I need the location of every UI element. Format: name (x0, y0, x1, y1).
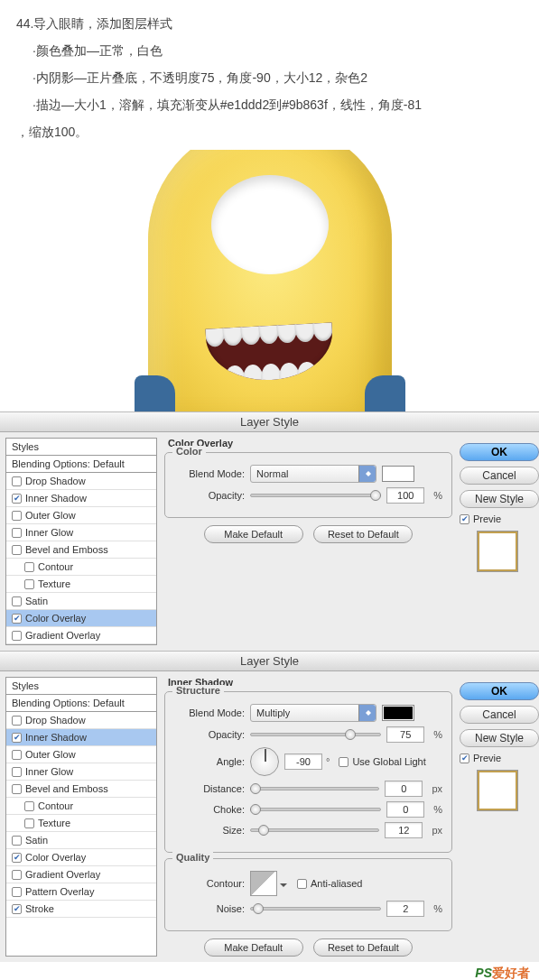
color-swatch[interactable] (382, 466, 414, 482)
blending-options-row[interactable]: Blending Options: Default (6, 456, 156, 473)
style-row-pattern-overlay[interactable]: Pattern Overlay (6, 883, 156, 901)
distance-input[interactable]: 0 (385, 781, 423, 797)
style-row-inner-glow[interactable]: Inner Glow (6, 763, 156, 781)
opacity-slider[interactable] (250, 727, 381, 742)
choke-slider[interactable] (250, 802, 381, 817)
article-bullet: ，缩放100。 (16, 119, 523, 144)
section-title-color-overlay: Color Overlay (168, 438, 452, 448)
style-row-contour[interactable]: Contour (6, 559, 156, 576)
angle-dial[interactable] (250, 747, 279, 776)
contour-picker[interactable] (250, 871, 277, 896)
label-noise: Noise: (174, 903, 245, 914)
fieldset-quality: Quality Contour: Anti-aliased Noise: 2 % (164, 858, 452, 931)
style-row-bevel[interactable]: Bevel and Emboss (6, 781, 156, 798)
opacity-input[interactable]: 100 (386, 487, 424, 504)
label-anti-aliased: Anti-aliased (311, 878, 362, 889)
ok-button[interactable]: OK (460, 443, 539, 461)
legend-color: Color (172, 446, 206, 457)
preview-label: Previe (473, 513, 501, 524)
preview-label: Previe (473, 753, 501, 763)
style-row-satin[interactable]: Satin (6, 593, 156, 610)
opacity-input[interactable]: 75 (386, 726, 424, 743)
label-contour: Contour: (174, 878, 245, 889)
layer-style-dialog-color-overlay: Layer Style Styles Blending Options: Def… (0, 411, 539, 651)
reset-default-button[interactable]: Reset to Default (313, 525, 413, 543)
label-use-global: Use Global Light (352, 756, 425, 767)
styles-header[interactable]: Styles (6, 678, 156, 695)
size-input[interactable]: 12 (385, 822, 423, 838)
style-row-gradient-overlay[interactable]: Gradient Overlay (6, 866, 156, 883)
style-row-outer-glow[interactable]: Outer Glow (6, 746, 156, 763)
reset-default-button[interactable]: Reset to Default (313, 938, 413, 957)
layer-style-dialog-inner-shadow: Layer Style Styles Blending Options: Def… (0, 651, 539, 962)
style-row-color-overlay[interactable]: Color Overlay (6, 849, 156, 866)
style-row-contour[interactable]: Contour (6, 798, 156, 815)
minion-illustration (0, 150, 539, 411)
style-row-inner-shadow[interactable]: Inner Shadow (6, 729, 156, 746)
noise-slider[interactable] (250, 901, 381, 916)
style-row-gradient-overlay[interactable]: Gradient Overlay (6, 627, 156, 644)
size-slider[interactable] (250, 823, 379, 837)
legend-quality: Quality (172, 852, 213, 863)
label-blend-mode: Blend Mode: (174, 707, 245, 718)
styles-header[interactable]: Styles (6, 439, 156, 456)
anti-aliased-checkbox[interactable] (297, 879, 307, 889)
label-blend-mode: Blend Mode: (174, 468, 245, 479)
preview-swatch (478, 771, 517, 810)
shadow-color-swatch[interactable] (382, 705, 414, 721)
ok-button[interactable]: OK (460, 682, 539, 700)
styles-list: Styles Blending Options: Default Drop Sh… (5, 677, 157, 957)
article-text: 44.导入眼睛，添加图层样式 ·颜色叠加—正常，白色 ·内阴影—正片叠底，不透明… (0, 0, 539, 150)
style-row-texture[interactable]: Texture (6, 576, 156, 593)
cancel-button[interactable]: Cancel (460, 706, 539, 724)
label-angle: Angle: (174, 756, 245, 767)
noise-input[interactable]: 2 (386, 901, 424, 917)
new-style-button[interactable]: New Style (460, 729, 539, 747)
dialog-title: Layer Style (0, 412, 539, 432)
style-row-stroke[interactable]: Stroke (6, 901, 156, 918)
cancel-button[interactable]: Cancel (460, 467, 539, 485)
opacity-slider[interactable] (250, 488, 381, 503)
make-default-button[interactable]: Make Default (204, 938, 303, 957)
fieldset-structure: Structure Blend Mode: Multiply Opacity: … (164, 691, 452, 853)
blend-mode-select[interactable]: Multiply (250, 704, 376, 722)
watermark: PS爱好者 www.psahz.com (0, 962, 539, 980)
style-row-drop-shadow[interactable]: Drop Shadow (6, 473, 156, 490)
style-row-bevel[interactable]: Bevel and Emboss (6, 541, 156, 559)
label-choke: Choke: (174, 804, 245, 815)
style-row-outer-glow[interactable]: Outer Glow (6, 507, 156, 524)
choke-input[interactable]: 0 (386, 801, 424, 818)
make-default-button[interactable]: Make Default (204, 525, 303, 543)
dialog-title: Layer Style (0, 652, 539, 671)
article-line: 44.导入眼睛，添加图层样式 (16, 11, 523, 36)
use-global-light-checkbox[interactable] (339, 757, 348, 767)
style-row-inner-shadow[interactable]: Inner Shadow (6, 490, 156, 507)
article-bullet: ·内阴影—正片叠底，不透明度75，角度-90，大小12，杂色2 (16, 65, 523, 90)
preview-swatch (478, 532, 517, 571)
label-distance: Distance: (174, 783, 245, 794)
preview-checkbox[interactable] (460, 753, 469, 763)
style-row-color-overlay[interactable]: Color Overlay (6, 610, 156, 627)
style-row-satin[interactable]: Satin (6, 832, 156, 849)
style-row-texture[interactable]: Texture (6, 815, 156, 832)
new-style-button[interactable]: New Style (460, 490, 539, 508)
styles-list: Styles Blending Options: Default Drop Sh… (5, 438, 157, 645)
label-opacity: Opacity: (174, 490, 245, 501)
article-bullet: ·描边—大小1，溶解，填充渐变从#e1ddd2到#9b863f，线性，角度-81 (16, 92, 523, 117)
legend-structure: Structure (172, 685, 224, 696)
blending-options-row[interactable]: Blending Options: Default (6, 695, 156, 712)
label-opacity: Opacity: (174, 729, 245, 740)
blend-mode-select[interactable]: Normal (250, 465, 376, 483)
label-size: Size: (174, 825, 245, 836)
style-row-drop-shadow[interactable]: Drop Shadow (6, 712, 156, 729)
style-row-inner-glow[interactable]: Inner Glow (6, 524, 156, 541)
angle-input[interactable]: -90 (284, 753, 322, 770)
fieldset-color: Color Blend Mode: Normal Opacity: 100 % (164, 452, 452, 518)
article-bullet: ·颜色叠加—正常，白色 (16, 38, 523, 63)
distance-slider[interactable] (250, 781, 379, 796)
preview-checkbox[interactable] (460, 514, 469, 524)
